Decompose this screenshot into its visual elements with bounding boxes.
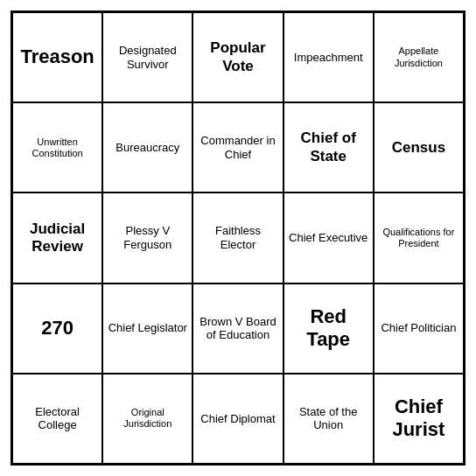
bingo-cell-21: Original Jurisdiction [102, 374, 192, 464]
cell-text-19: Chief Politician [381, 321, 456, 335]
cell-text-17: Brown V Board of Education [197, 315, 278, 342]
bingo-cell-23: State of the Union [284, 374, 374, 464]
bingo-cell-0: Treason [12, 12, 102, 102]
bingo-cell-10: Judicial Review [12, 192, 102, 283]
bingo-cell-3: Impeachment [284, 12, 374, 102]
bingo-cell-13: Chief Executive [284, 192, 374, 283]
bingo-cell-11: Plessy V Ferguson [102, 192, 192, 283]
cell-text-2: Popular Vote [197, 39, 278, 75]
bingo-cell-1: Designated Survivor [102, 12, 192, 102]
cell-text-21: Original Jurisdiction [107, 407, 188, 430]
cell-text-1: Designated Survivor [107, 44, 188, 71]
bingo-cell-18: Red Tape [284, 284, 374, 374]
bingo-cell-16: Chief Legislator [102, 284, 192, 374]
cell-text-10: Judicial Review [17, 220, 98, 256]
bingo-cell-15: 270 [12, 284, 102, 374]
bingo-cell-8: Chief of State [284, 102, 374, 192]
cell-text-9: Census [392, 139, 445, 157]
cell-text-14: Qualifications for President [378, 227, 459, 249]
bingo-cell-14: Qualifications for President [374, 192, 464, 283]
bingo-cell-4: Appellate Jurisdiction [374, 12, 464, 102]
bingo-cell-9: Census [374, 102, 464, 192]
bingo-cell-2: Popular Vote [192, 12, 283, 102]
bingo-cell-12: Faithless Elector [192, 192, 283, 283]
cell-text-6: Bureaucracy [116, 141, 179, 155]
cell-text-5: Unwritten Constitution [17, 136, 98, 159]
cell-text-4: Appellate Jurisdiction [378, 46, 459, 68]
bingo-cell-17: Brown V Board of Education [192, 284, 283, 374]
bingo-cell-22: Chief Diplomat [192, 374, 283, 464]
bingo-cell-7: Commander in Chief [192, 102, 283, 192]
cell-text-22: Chief Diplomat [200, 412, 275, 426]
bingo-cell-20: Electoral College [12, 374, 102, 464]
cell-text-15: 270 [41, 317, 74, 340]
cell-text-11: Plessy V Ferguson [107, 224, 188, 251]
cell-text-23: State of the Union [288, 405, 369, 432]
bingo-card: TreasonDesignated SurvivorPopular VoteIm… [10, 10, 466, 466]
cell-text-20: Electoral College [17, 405, 98, 432]
bingo-cell-19: Chief Politician [374, 284, 464, 374]
cell-text-16: Chief Legislator [108, 321, 187, 335]
cell-text-13: Chief Executive [289, 231, 368, 245]
cell-text-8: Chief of State [288, 130, 369, 165]
bingo-cell-6: Bureaucracy [102, 102, 192, 192]
cell-text-18: Red Tape [288, 305, 369, 352]
cell-text-3: Impeachment [294, 51, 363, 65]
cell-text-12: Faithless Elector [197, 224, 278, 251]
bingo-cell-5: Unwritten Constitution [12, 102, 102, 192]
cell-text-24: Chief Jurist [378, 396, 459, 442]
bingo-cell-24: Chief Jurist [374, 374, 464, 464]
cell-text-7: Commander in Chief [197, 134, 278, 161]
cell-text-0: Treason [20, 46, 94, 68]
